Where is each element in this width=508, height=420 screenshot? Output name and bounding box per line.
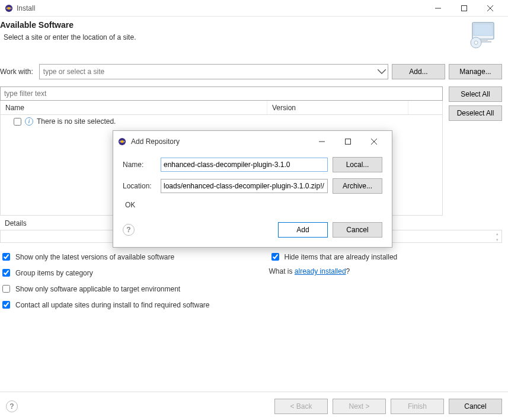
wizard-header: Available Software Select a site or ente… (0, 17, 508, 56)
contact-checkbox[interactable] (2, 301, 10, 309)
deselect-all-button[interactable]: Deselect All (449, 105, 502, 121)
tree-header: Name Version (0, 101, 443, 115)
svg-point-2 (8, 7, 10, 9)
cancel-button[interactable]: Cancel (449, 399, 502, 414)
svg-point-15 (121, 140, 123, 143)
location-label: Location: (123, 182, 156, 190)
select-all-button[interactable]: Select All (449, 86, 502, 102)
column-version[interactable]: Version (267, 101, 408, 114)
dialog-titlebar: Add Repository (113, 131, 392, 152)
column-name[interactable]: Name (1, 101, 267, 114)
dialog-maximize-button[interactable] (335, 133, 361, 150)
window-title: Install (17, 4, 35, 12)
filter-input[interactable] (0, 86, 443, 101)
svg-rect-8 (474, 24, 493, 36)
row-checkbox[interactable] (14, 118, 21, 126)
already-installed-link[interactable]: already installed (295, 267, 346, 275)
page-subtitle: Select a site or enter the location of a… (4, 33, 467, 41)
option-latest[interactable]: Show only the latest versions of availab… (0, 251, 210, 262)
local-button[interactable]: Local... (333, 157, 382, 172)
info-icon: i (25, 117, 33, 126)
hide-checkbox[interactable] (271, 253, 279, 261)
workwith-input[interactable] (39, 64, 388, 79)
window-minimize-button[interactable] (425, 0, 451, 17)
svg-point-12 (474, 41, 478, 44)
eclipse-icon (5, 4, 13, 12)
already-installed-hint: What is already installed? (269, 267, 398, 275)
archive-button[interactable]: Archive... (333, 178, 382, 194)
option-contact[interactable]: Contact all update sites during install … (0, 299, 210, 310)
empty-message: There is no site selected. (37, 117, 116, 126)
option-hide[interactable]: Hide items that are already installed (269, 251, 398, 262)
svg-rect-4 (462, 5, 467, 11)
add-repository-dialog: Add Repository Name: Local... Location: … (113, 130, 392, 248)
repo-location-input[interactable] (161, 179, 328, 193)
add-button[interactable]: Add (278, 222, 328, 238)
workwith-combo[interactable] (39, 64, 388, 79)
option-target[interactable]: Show only software applicable to target … (0, 283, 210, 294)
wizard-button-bar: ? < Back Next > Finish Cancel (0, 392, 508, 420)
dialog-title: Add Repository (131, 137, 180, 146)
workwith-row: Work with: Add... Manage... (0, 56, 508, 83)
latest-checkbox[interactable] (2, 253, 10, 261)
target-checkbox[interactable] (2, 285, 10, 293)
page-title: Available Software (0, 20, 467, 30)
svg-rect-17 (346, 139, 351, 145)
dialog-help-icon[interactable]: ? (123, 224, 135, 236)
dialog-cancel-button[interactable]: Cancel (333, 222, 382, 238)
option-group[interactable]: Group items by category (0, 267, 210, 278)
group-checkbox[interactable] (2, 269, 10, 277)
finish-button[interactable]: Finish (391, 399, 444, 414)
manage-button[interactable]: Manage... (449, 64, 502, 79)
add-site-button[interactable]: Add... (392, 64, 445, 79)
help-icon[interactable]: ? (6, 400, 18, 412)
repo-name-input[interactable] (161, 158, 328, 172)
options-area: Show only the latest versions of availab… (0, 243, 508, 310)
scrollbar-icon: ▴▾ (494, 232, 500, 242)
dialog-minimize-button[interactable] (309, 133, 335, 150)
workwith-label: Work with: (0, 68, 33, 76)
window-titlebar: Install (0, 0, 508, 17)
table-row: i There is no site selected. (1, 115, 442, 128)
eclipse-icon (118, 137, 126, 146)
next-button[interactable]: Next > (333, 399, 386, 414)
window-close-button[interactable] (477, 0, 503, 17)
install-image-icon (467, 20, 499, 50)
back-button[interactable]: < Back (274, 399, 328, 414)
window-maximize-button[interactable] (451, 0, 477, 17)
status-text: OK (123, 200, 382, 215)
name-label: Name: (123, 161, 156, 169)
dialog-close-button[interactable] (361, 133, 387, 150)
